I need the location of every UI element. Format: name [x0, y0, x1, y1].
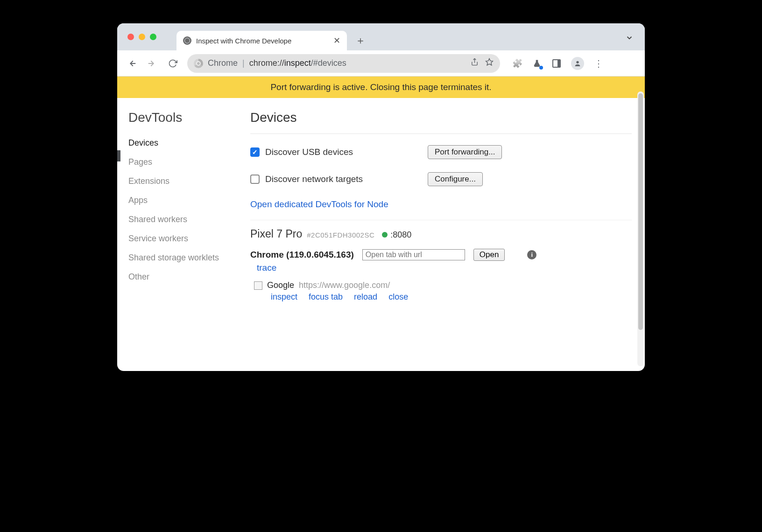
- kebab-menu-icon[interactable]: ⋮: [593, 58, 604, 69]
- svg-marker-3: [486, 59, 493, 65]
- discover-usb-checkbox[interactable]: [250, 147, 260, 157]
- omnibox-actions: [471, 58, 494, 69]
- close-link[interactable]: close: [388, 292, 408, 302]
- new-tab-button[interactable]: ＋: [353, 33, 368, 49]
- device-name: Pixel 7 Pro: [250, 228, 302, 240]
- chrome-icon: [194, 59, 203, 68]
- bookmark-star-icon[interactable]: [485, 58, 494, 69]
- vertical-scrollbar[interactable]: [637, 91, 644, 366]
- labs-icon[interactable]: [532, 58, 542, 69]
- tab-strip: Inspect with Chrome Develope ✕ ＋: [117, 23, 645, 50]
- scrollbar-thumb[interactable]: [638, 93, 643, 330]
- discover-usb-row: Discover USB devices Port forwarding...: [250, 145, 632, 159]
- omnibox-separator: |: [242, 58, 245, 68]
- open-tab-url-input[interactable]: [362, 249, 465, 260]
- sidebar-item-service-workers[interactable]: Service workers: [128, 229, 250, 248]
- address-bar[interactable]: Chrome | chrome://inspect/#devices: [187, 54, 500, 73]
- minimize-window-button[interactable]: [139, 34, 145, 40]
- discover-network-row: Discover network targets Configure...: [250, 172, 632, 186]
- side-panel-icon[interactable]: [551, 58, 562, 69]
- close-window-button[interactable]: [127, 34, 134, 40]
- profile-avatar[interactable]: [571, 57, 584, 70]
- sidebar: DevTools Devices Pages Extensions Apps S…: [117, 98, 250, 371]
- back-button[interactable]: [126, 57, 138, 70]
- remote-browser-label: Chrome (119.0.6045.163): [250, 250, 354, 260]
- remote-browser-row: Chrome (119.0.6045.163) Open i: [250, 249, 632, 261]
- sidebar-item-apps[interactable]: Apps: [128, 191, 250, 210]
- globe-icon: [183, 36, 191, 45]
- remote-tabs-list: Google https://www.google.com/ inspect f…: [254, 280, 632, 302]
- sidebar-title: DevTools: [128, 110, 250, 125]
- reload-button[interactable]: [167, 57, 179, 70]
- sidebar-item-other[interactable]: Other: [128, 267, 250, 287]
- sidebar-item-devices[interactable]: Devices: [128, 133, 250, 153]
- configure-button[interactable]: Configure...: [428, 172, 483, 186]
- node-devtools-link[interactable]: Open dedicated DevTools for Node: [250, 199, 388, 209]
- device-port: :8080: [390, 230, 411, 240]
- close-tab-button[interactable]: ✕: [333, 35, 340, 46]
- inspect-link[interactable]: inspect: [271, 292, 297, 302]
- sidebar-item-shared-workers[interactable]: Shared workers: [128, 210, 250, 229]
- discover-network-checkbox[interactable]: [250, 175, 260, 184]
- sidebar-item-pages[interactable]: Pages: [128, 153, 250, 172]
- maximize-window-button[interactable]: [150, 34, 156, 40]
- remote-tab-item: Google https://www.google.com/: [254, 280, 632, 290]
- labs-badge-dot: [539, 66, 543, 70]
- remote-tab-title: Google: [267, 280, 294, 290]
- remote-tab-url: https://www.google.com/: [299, 280, 390, 290]
- focus-tab-link[interactable]: focus tab: [309, 292, 343, 302]
- main-heading: Devices: [250, 110, 632, 125]
- omnibox-scheme: Chrome: [208, 58, 238, 68]
- sidebar-item-extensions[interactable]: Extensions: [128, 172, 250, 191]
- status-dot-icon: [382, 232, 388, 238]
- trace-link[interactable]: trace: [257, 263, 276, 273]
- remote-tab-actions: inspect focus tab reload close: [271, 292, 632, 302]
- browser-tab[interactable]: Inspect with Chrome Develope ✕: [176, 31, 347, 50]
- device-serial: #2C051FDH3002SC: [307, 231, 374, 239]
- extensions-icon[interactable]: [512, 58, 522, 69]
- device-header: Pixel 7 Pro #2C051FDH3002SC :8080: [250, 228, 632, 240]
- discover-network-label: Discover network targets: [265, 174, 363, 184]
- reload-link[interactable]: reload: [354, 292, 377, 302]
- port-forwarding-banner: Port forwarding is active. Closing this …: [117, 77, 645, 98]
- open-tab-button[interactable]: Open: [473, 249, 505, 261]
- content: DevTools Devices Pages Extensions Apps S…: [117, 98, 645, 371]
- window-controls: [127, 34, 156, 40]
- main-panel: Devices Discover USB devices Port forwar…: [250, 98, 645, 371]
- toolbar: Chrome | chrome://inspect/#devices: [117, 50, 645, 77]
- tab-title: Inspect with Chrome Develope: [196, 37, 329, 45]
- toolbar-extensions: ⋮: [512, 57, 604, 70]
- active-nav-marker: [117, 150, 120, 161]
- forward-button[interactable]: [146, 57, 158, 70]
- discover-usb-label: Discover USB devices: [265, 147, 353, 157]
- omnibox-url: chrome://inspect/#devices: [249, 58, 346, 68]
- divider: [250, 220, 632, 220]
- share-icon[interactable]: [471, 58, 479, 69]
- svg-point-4: [576, 61, 579, 63]
- divider: [250, 133, 632, 134]
- favicon-placeholder-icon: [254, 281, 262, 290]
- browser-window: Inspect with Chrome Develope ✕ ＋ Chrome …: [117, 23, 645, 371]
- tabs-dropdown-button[interactable]: [625, 34, 634, 44]
- port-forwarding-button[interactable]: Port forwarding...: [428, 145, 502, 159]
- sidebar-item-shared-storage-worklets[interactable]: Shared storage worklets: [128, 248, 250, 267]
- info-icon[interactable]: i: [527, 250, 536, 259]
